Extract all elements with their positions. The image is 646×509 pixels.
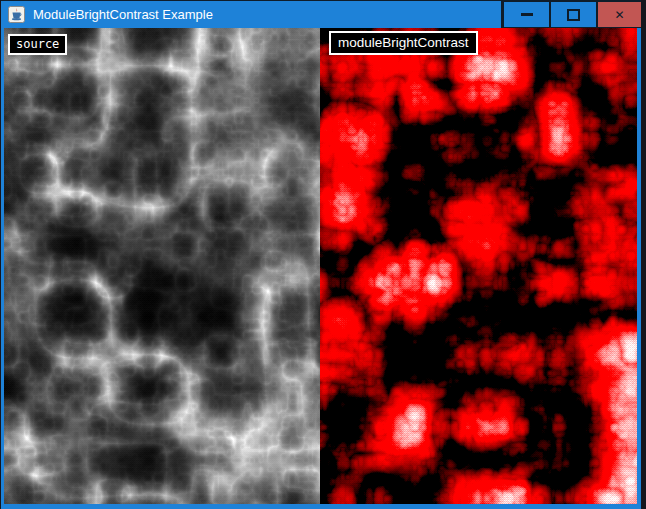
window-border-left — [1, 28, 4, 509]
java-coffee-cup-icon[interactable] — [8, 6, 25, 23]
close-button[interactable]: ✕ — [598, 2, 641, 27]
app-window: ModuleBrightContrast Example ✕ source mo… — [0, 0, 646, 509]
close-x-icon: ✕ — [614, 9, 624, 21]
module-brightcontrast-image-canvas — [320, 28, 637, 504]
source-panel-label: source — [8, 34, 67, 55]
titlebar[interactable]: ModuleBrightContrast Example ✕ — [0, 0, 646, 28]
minimize-dash-icon — [521, 13, 533, 16]
window-border-bottom — [1, 504, 641, 509]
module-panel-label: moduleBrightContrast — [329, 31, 478, 55]
maximize-square-icon — [567, 9, 580, 21]
titlebar-controls: ✕ — [501, 1, 646, 29]
minimize-button[interactable] — [504, 2, 549, 27]
window-title: ModuleBrightContrast Example — [33, 1, 213, 28]
window-edge-left — [0, 0, 1, 509]
maximize-button[interactable] — [551, 2, 596, 27]
window-edge-right — [641, 0, 646, 509]
source-image-canvas — [4, 28, 320, 504]
